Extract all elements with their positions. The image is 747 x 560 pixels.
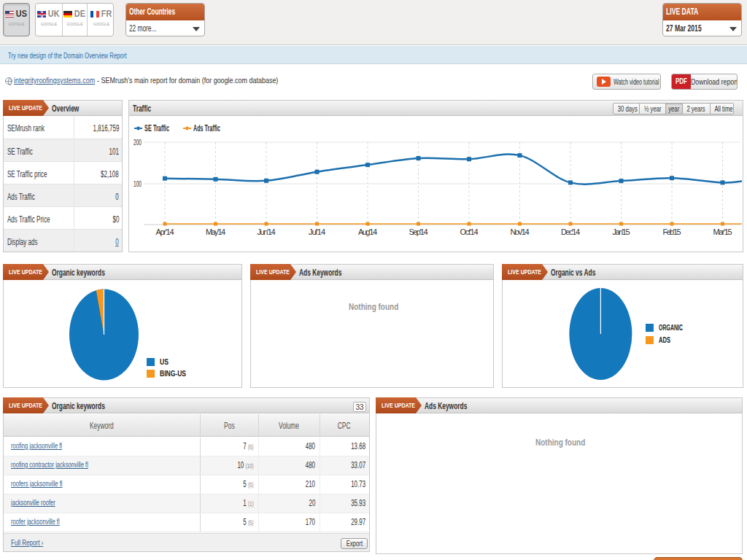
svg-text:Apr'14: Apr'14	[156, 228, 174, 236]
svg-text:Feb'15: Feb'15	[663, 228, 681, 236]
svg-text:200: 200	[133, 138, 142, 147]
svg-text:Dec'14: Dec'14	[561, 228, 580, 236]
svg-text:Oct'14: Oct'14	[460, 228, 479, 236]
svg-text:Sep'14: Sep'14	[409, 228, 428, 236]
svg-text:Jun'14: Jun'14	[258, 228, 276, 236]
svg-text:ADS: ADS	[659, 336, 670, 344]
svg-text:ORGANIC: ORGANIC	[659, 324, 683, 332]
svg-text:Nov'14: Nov'14	[511, 228, 530, 236]
svg-text:Jul'14: Jul'14	[309, 228, 325, 236]
svg-text:US: US	[160, 358, 169, 366]
svg-text:100: 100	[133, 179, 142, 188]
svg-text:May'14: May'14	[206, 228, 225, 236]
svg-text:Jan'15: Jan'15	[613, 228, 630, 236]
svg-text:Aug'14: Aug'14	[358, 228, 377, 236]
svg-text:Mar'15: Mar'15	[713, 228, 732, 236]
svg-text:SE Traffic: SE Traffic	[144, 123, 169, 133]
svg-text:BING-US: BING-US	[160, 370, 186, 378]
svg-text:Ads Traffic: Ads Traffic	[193, 123, 220, 133]
